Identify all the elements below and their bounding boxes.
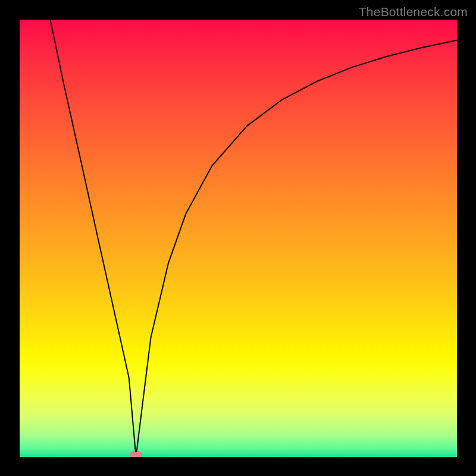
curve-line: [50, 20, 457, 457]
chart-frame: TheBottleneck.com: [0, 0, 476, 476]
plot-area: [20, 20, 457, 457]
bottleneck-curve: [20, 20, 457, 457]
attribution-text: TheBottleneck.com: [359, 5, 468, 19]
